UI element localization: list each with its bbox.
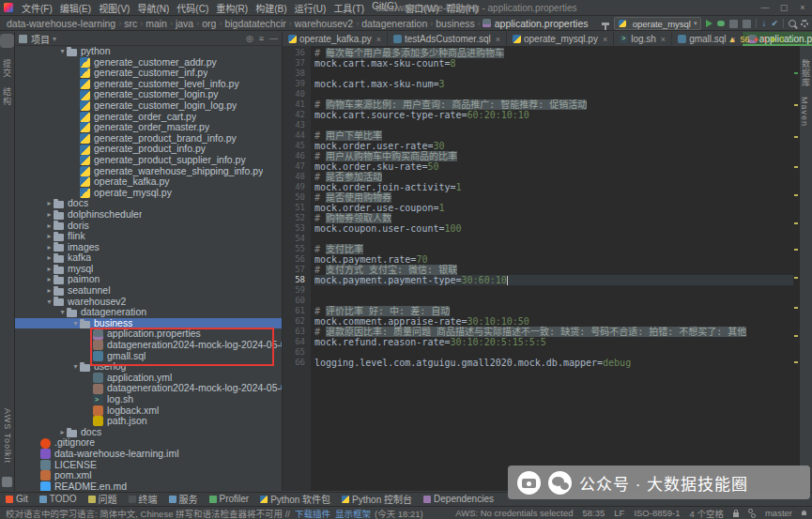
editor-line[interactable]: 50# 是否使用购物券 bbox=[283, 192, 793, 203]
line-number[interactable]: 55 bbox=[283, 244, 314, 254]
line-number[interactable]: 63 bbox=[283, 327, 314, 337]
line-number[interactable]: 57 bbox=[283, 265, 314, 275]
breadcrumb-item[interactable]: warehousev2 bbox=[294, 18, 354, 29]
toolwindow-button[interactable]: 服务 bbox=[169, 492, 198, 506]
editor-line[interactable]: 41# 购物车来源比例: 用户查询: 商品推广: 智能推荐: 促销活动 bbox=[283, 99, 793, 110]
menu-item[interactable]: 重构(R) bbox=[212, 1, 252, 15]
breadcrumb-item[interactable]: main bbox=[145, 18, 168, 29]
maximize-button[interactable]: ▢ bbox=[774, 0, 793, 15]
debug-button[interactable] bbox=[717, 21, 725, 26]
tree-item[interactable]: generate_product_supplier_info.py bbox=[15, 155, 282, 166]
line-number[interactable]: 62 bbox=[283, 316, 314, 327]
chevron-down-icon[interactable]: ▾ bbox=[71, 361, 80, 373]
tree-item[interactable]: LICENSE bbox=[15, 460, 282, 471]
editor-line[interactable]: 51mock.order.use-coupon=1 bbox=[283, 203, 793, 213]
editor-line[interactable]: 40 bbox=[283, 89, 793, 99]
editor-line[interactable]: 36# 每次每个用户最多添加多少种商品进购物车 bbox=[283, 48, 793, 58]
line-number[interactable]: 38 bbox=[283, 69, 314, 79]
tree-item[interactable]: generate_customer_login.py bbox=[15, 89, 282, 100]
git-commit-icon[interactable]: ✔ bbox=[771, 19, 778, 28]
editor-tab[interactable]: operate_kafka.py× bbox=[283, 32, 388, 46]
chevron-down-icon[interactable]: ▾ bbox=[58, 307, 67, 318]
tree-item[interactable]: ▾python bbox=[15, 46, 282, 57]
line-number[interactable]: 56 bbox=[283, 254, 314, 265]
editor-line[interactable]: 54 bbox=[283, 234, 793, 244]
line-number[interactable]: 50 bbox=[283, 192, 314, 203]
tree-item[interactable]: ▾datageneration bbox=[15, 307, 282, 318]
tree-item[interactable]: application.properties bbox=[15, 328, 282, 340]
editor-line[interactable]: 57# 支付方式 支付宝: 微信: 银联 bbox=[283, 265, 793, 275]
tree-item[interactable]: ▾warehousev2 bbox=[15, 297, 282, 308]
tab-close-icon[interactable]: × bbox=[376, 35, 381, 44]
editor-line[interactable]: 38 bbox=[283, 69, 793, 79]
tree-item[interactable]: path.json bbox=[15, 416, 282, 427]
editor-tab[interactable]: log.sh× bbox=[614, 32, 672, 46]
breadcrumb-item[interactable]: application.properties bbox=[494, 18, 590, 29]
tree-item[interactable]: datageneration2024-mock-log-2024-05-01.j… bbox=[15, 340, 282, 351]
tree-item[interactable]: ▸kafka bbox=[15, 252, 282, 264]
line-number[interactable]: 59 bbox=[283, 285, 314, 296]
toolwindow-label[interactable]: 提交 bbox=[1, 59, 13, 78]
tree-item[interactable]: log.sh bbox=[15, 394, 282, 405]
editor-line[interactable]: 39mock.cart.max-sku-num=3 bbox=[283, 79, 793, 89]
line-number[interactable]: 36 bbox=[283, 48, 314, 58]
editor-line[interactable]: 44# 用户下单比率 bbox=[283, 130, 793, 141]
tree-item[interactable]: datageneration2024-mock-log-2024-05-01.j… bbox=[15, 383, 282, 394]
toolwindow-button[interactable]: Dependencies bbox=[423, 494, 494, 504]
editor-tab[interactable]: operate_mysql.py× bbox=[507, 32, 614, 46]
tab-close-icon[interactable]: × bbox=[603, 35, 607, 44]
hide-panel-icon[interactable]: — bbox=[269, 34, 278, 43]
tree-item[interactable]: ▸images bbox=[15, 242, 282, 253]
tree-item[interactable]: ▸seatunnel bbox=[15, 285, 282, 297]
editor-line[interactable]: 46# 用户从购物车中购买商品的比率 bbox=[283, 151, 793, 161]
tree-item[interactable]: ▸paimon bbox=[15, 274, 282, 285]
editor-body[interactable]: 36# 每次每个用户最多添加多少种商品进购物车37mock.cart.max-s… bbox=[283, 46, 799, 491]
toolwindow-label[interactable]: 数据库 bbox=[800, 59, 812, 87]
project-tree[interactable]: ▾pythongenerate_customer_addr.pygenerate… bbox=[15, 46, 282, 491]
line-number[interactable]: 58 bbox=[283, 275, 314, 285]
chevron-right-icon[interactable]: ▸ bbox=[45, 285, 54, 297]
chevron-right-icon[interactable]: ▸ bbox=[45, 264, 54, 275]
chevron-right-icon[interactable]: ▸ bbox=[45, 221, 54, 232]
status-item[interactable]: ISO-8859-1 bbox=[634, 508, 680, 518]
tree-item[interactable]: generate_customer_login_log.py bbox=[15, 100, 282, 112]
status-item[interactable]: 58:35 bbox=[583, 508, 605, 518]
editor-line[interactable]: 56mock.payment.rate=70 bbox=[283, 254, 793, 265]
tree-item[interactable]: generate_customer_inf.py bbox=[15, 68, 282, 79]
editor-line[interactable]: 61# 评价比率 好: 中: 差: 自动 bbox=[283, 306, 793, 316]
editor-line[interactable]: 52# 购物券领取人数 bbox=[283, 213, 793, 223]
editor-line[interactable]: 37mock.cart.max-sku-count=8 bbox=[283, 58, 793, 69]
tree-item[interactable]: generate_customer_addr.py bbox=[15, 57, 282, 69]
bookmarks-toolwindow-icon[interactable] bbox=[2, 477, 12, 487]
line-number[interactable]: 43 bbox=[283, 120, 314, 130]
chevron-down-icon[interactable]: ▾ bbox=[45, 297, 54, 308]
editor-line[interactable]: 66logging.level.com.atguigu.gmall2020.mo… bbox=[283, 358, 793, 368]
editor-line[interactable]: 63# 退款原因比率: 质量问题 商品描述与实际描述不一致: 缺货: 号码不合适… bbox=[283, 327, 793, 337]
toolwindow-button[interactable]: 问题 bbox=[88, 492, 117, 506]
line-number[interactable]: 47 bbox=[283, 161, 314, 172]
line-number[interactable]: 39 bbox=[283, 79, 314, 89]
inspections-widget[interactable]: ▲ 56 ● 1 ● 3 ✔ bbox=[728, 32, 795, 46]
line-number[interactable]: 48 bbox=[283, 172, 314, 182]
run-button[interactable] bbox=[706, 20, 712, 27]
line-number[interactable]: 54 bbox=[283, 234, 314, 244]
tree-item[interactable]: logback.xml bbox=[15, 405, 282, 417]
project-toolwindow-icon[interactable] bbox=[2, 36, 12, 46]
chevron-down-icon[interactable]: ▾ bbox=[53, 35, 56, 43]
editor-line[interactable]: 43 bbox=[283, 120, 793, 130]
toolwindow-button[interactable]: Python 软件包 bbox=[260, 492, 330, 506]
line-number[interactable]: 44 bbox=[283, 130, 314, 141]
breadcrumb-item[interactable]: src bbox=[123, 18, 138, 29]
tree-item[interactable]: ▾userlog bbox=[15, 361, 282, 373]
editor-line[interactable]: 48# 是否参加活动 bbox=[283, 172, 793, 182]
menu-item[interactable]: 文件(F) bbox=[18, 1, 56, 15]
line-number[interactable]: 49 bbox=[283, 182, 314, 192]
status-item[interactable]: AWS: No credentials selected bbox=[455, 508, 573, 518]
tab-close-icon[interactable]: × bbox=[661, 35, 666, 44]
toolwindow-button[interactable]: 终端 bbox=[129, 492, 158, 506]
editor-line[interactable]: 60 bbox=[283, 296, 793, 306]
chevron-right-icon[interactable]: ▸ bbox=[45, 231, 54, 242]
line-number[interactable]: 41 bbox=[283, 99, 314, 110]
menu-item[interactable]: 运行(U) bbox=[290, 1, 329, 15]
tree-item[interactable]: ▸flink bbox=[15, 231, 282, 242]
